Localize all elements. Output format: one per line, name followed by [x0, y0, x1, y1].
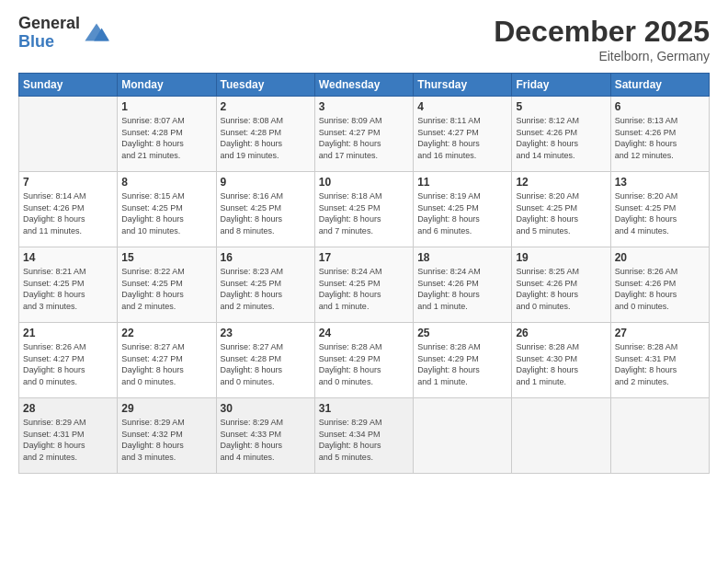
- day-info-line: Daylight: 8 hours: [417, 290, 480, 299]
- day-info-line: Sunrise: 8:25 AM: [516, 267, 579, 276]
- day-info-line: Daylight: 8 hours: [221, 214, 283, 224]
- logo-blue-text: Blue: [18, 33, 80, 52]
- day-info: Sunrise: 8:13 AMSunset: 4:26 PMDaylight:…: [615, 115, 705, 161]
- day-info-line: Sunrise: 8:24 AM: [319, 267, 382, 276]
- day-cell: 5Sunrise: 8:12 AMSunset: 4:26 PMDaylight…: [512, 97, 610, 172]
- day-info-line: and 5 minutes.: [516, 226, 570, 236]
- day-info-line: Sunrise: 8:08 AM: [221, 116, 284, 125]
- day-info-line: Sunset: 4:26 PM: [516, 279, 577, 288]
- day-cell: 15Sunrise: 8:22 AMSunset: 4:25 PMDayligh…: [118, 247, 216, 323]
- day-cell: [512, 398, 610, 474]
- day-info-line: Sunset: 4:25 PM: [417, 203, 479, 213]
- day-info-line: and 7 minutes.: [319, 226, 373, 236]
- day-number: 20: [615, 251, 705, 264]
- day-info-line: Daylight: 8 hours: [121, 139, 184, 148]
- day-info: Sunrise: 8:21 AMSunset: 4:25 PMDaylight:…: [23, 266, 113, 312]
- day-info: Sunrise: 8:20 AMSunset: 4:25 PMDaylight:…: [516, 190, 606, 236]
- day-info-line: Sunrise: 8:26 AM: [615, 267, 678, 276]
- day-info-line: Sunset: 4:30 PM: [516, 354, 577, 363]
- day-info-line: Sunset: 4:32 PM: [121, 430, 183, 439]
- day-info-line: Daylight: 8 hours: [417, 139, 480, 148]
- day-cell: 2Sunrise: 8:08 AMSunset: 4:28 PMDaylight…: [216, 97, 314, 172]
- day-info-line: Sunrise: 8:19 AM: [417, 191, 481, 201]
- day-info-line: Daylight: 8 hours: [516, 139, 578, 148]
- day-info-line: Sunrise: 8:12 AM: [516, 116, 579, 125]
- day-info-line: Sunrise: 8:09 AM: [319, 116, 382, 125]
- day-info-line: Daylight: 8 hours: [417, 214, 480, 224]
- day-cell: 28Sunrise: 8:29 AMSunset: 4:31 PMDayligh…: [19, 398, 118, 474]
- header-saturday: Saturday: [610, 74, 709, 97]
- day-info-line: Sunrise: 8:26 AM: [23, 342, 86, 351]
- day-number: 10: [319, 176, 409, 189]
- day-info-line: and 8 minutes.: [221, 226, 275, 236]
- day-number: 28: [23, 402, 113, 415]
- title-area: December 2025 Eitelborn, Germany: [494, 15, 710, 63]
- day-cell: 19Sunrise: 8:25 AMSunset: 4:26 PMDayligh…: [512, 247, 610, 323]
- day-info-line: and 17 minutes.: [319, 151, 378, 160]
- day-info-line: and 19 minutes.: [221, 151, 279, 160]
- week-row-3: 14Sunrise: 8:21 AMSunset: 4:25 PMDayligh…: [19, 247, 710, 323]
- day-info-line: and 0 minutes.: [121, 377, 176, 386]
- day-cell: 20Sunrise: 8:26 AMSunset: 4:26 PMDayligh…: [610, 247, 709, 323]
- day-info-line: Daylight: 8 hours: [23, 441, 85, 450]
- day-info-line: Daylight: 8 hours: [516, 290, 578, 299]
- day-number: 17: [319, 251, 409, 264]
- logo-general-text: General: [18, 15, 80, 33]
- day-info: Sunrise: 8:08 AMSunset: 4:28 PMDaylight:…: [221, 115, 311, 161]
- day-number: 1: [121, 100, 211, 113]
- page: General Blue December 2025 Eitelborn, Ge…: [0, 0, 728, 563]
- day-info-line: Sunset: 4:25 PM: [615, 203, 677, 213]
- day-info-line: Sunset: 4:25 PM: [121, 203, 183, 213]
- day-info: Sunrise: 8:07 AMSunset: 4:28 PMDaylight:…: [121, 115, 211, 161]
- header-sunday: Sunday: [19, 74, 118, 97]
- day-cell: 9Sunrise: 8:16 AMSunset: 4:25 PMDaylight…: [216, 172, 314, 247]
- day-info: Sunrise: 8:28 AMSunset: 4:30 PMDaylight:…: [516, 341, 606, 387]
- day-number: 9: [221, 176, 311, 189]
- day-number: 22: [121, 327, 211, 339]
- day-info-line: Daylight: 8 hours: [319, 365, 381, 374]
- day-info-line: Daylight: 8 hours: [615, 365, 677, 374]
- day-number: 3: [319, 100, 409, 113]
- location: Eitelborn, Germany: [494, 49, 710, 63]
- logo-icon: [84, 20, 109, 46]
- day-info-line: Sunset: 4:25 PM: [319, 203, 381, 213]
- day-cell: 22Sunrise: 8:27 AMSunset: 4:27 PMDayligh…: [118, 323, 216, 398]
- day-info: Sunrise: 8:29 AMSunset: 4:34 PMDaylight:…: [319, 417, 409, 463]
- day-info-line: Sunrise: 8:11 AM: [417, 116, 481, 125]
- day-info-line: Sunset: 4:33 PM: [221, 430, 282, 439]
- day-number: 18: [417, 251, 507, 264]
- day-cell: 25Sunrise: 8:28 AMSunset: 4:29 PMDayligh…: [414, 323, 512, 398]
- day-info-line: Sunset: 4:26 PM: [23, 203, 85, 213]
- day-info-line: Sunset: 4:29 PM: [417, 354, 479, 363]
- day-info: Sunrise: 8:15 AMSunset: 4:25 PMDaylight:…: [121, 190, 211, 236]
- day-info-line: Sunset: 4:26 PM: [615, 128, 677, 137]
- day-info-line: and 3 minutes.: [23, 302, 77, 311]
- day-info-line: and 0 minutes.: [615, 302, 669, 311]
- day-info-line: Sunset: 4:27 PM: [121, 354, 183, 363]
- day-info-line: and 6 minutes.: [417, 226, 472, 236]
- day-info: Sunrise: 8:27 AMSunset: 4:28 PMDaylight:…: [221, 341, 311, 387]
- day-info: Sunrise: 8:18 AMSunset: 4:25 PMDaylight:…: [319, 190, 409, 236]
- day-info-line: and 0 minutes.: [221, 377, 275, 386]
- day-info: Sunrise: 8:25 AMSunset: 4:26 PMDaylight:…: [516, 266, 606, 312]
- day-info-line: Daylight: 8 hours: [121, 290, 184, 299]
- day-info-line: and 5 minutes.: [319, 453, 373, 462]
- day-info: Sunrise: 8:24 AMSunset: 4:25 PMDaylight:…: [319, 266, 409, 312]
- header-row: Sunday Monday Tuesday Wednesday Thursday…: [19, 74, 710, 97]
- day-info-line: Sunrise: 8:28 AM: [417, 342, 481, 351]
- day-info-line: Sunrise: 8:28 AM: [615, 342, 678, 351]
- day-info: Sunrise: 8:12 AMSunset: 4:26 PMDaylight:…: [516, 115, 606, 161]
- day-cell: 6Sunrise: 8:13 AMSunset: 4:26 PMDaylight…: [610, 97, 709, 172]
- day-cell: 30Sunrise: 8:29 AMSunset: 4:33 PMDayligh…: [216, 398, 314, 474]
- day-info-line: Daylight: 8 hours: [319, 290, 381, 299]
- day-info-line: Sunset: 4:25 PM: [221, 203, 282, 213]
- day-info: Sunrise: 8:26 AMSunset: 4:26 PMDaylight:…: [615, 266, 705, 312]
- logo: General Blue: [18, 15, 109, 52]
- day-info-line: Daylight: 8 hours: [221, 365, 283, 374]
- day-info-line: Sunrise: 8:16 AM: [221, 191, 284, 201]
- day-info-line: and 16 minutes.: [417, 151, 476, 160]
- day-number: 25: [417, 327, 507, 339]
- day-cell: 24Sunrise: 8:28 AMSunset: 4:29 PMDayligh…: [314, 323, 413, 398]
- day-cell: 27Sunrise: 8:28 AMSunset: 4:31 PMDayligh…: [610, 323, 709, 398]
- day-cell: 17Sunrise: 8:24 AMSunset: 4:25 PMDayligh…: [314, 247, 413, 323]
